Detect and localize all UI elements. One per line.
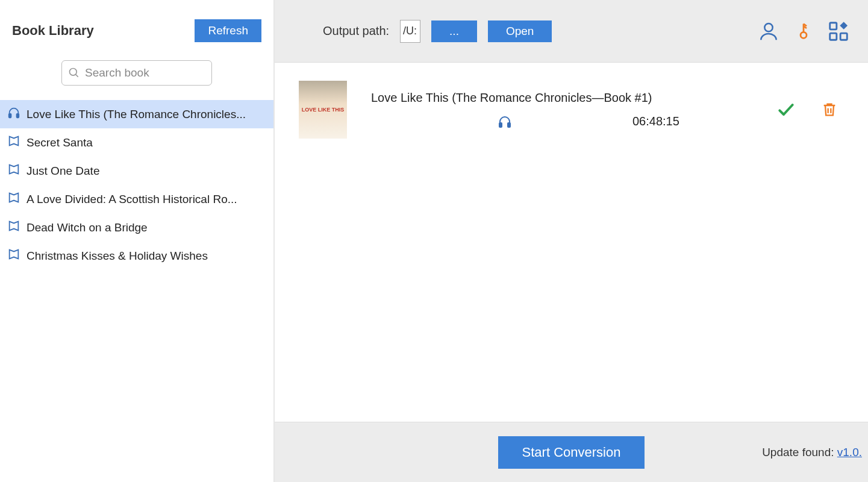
- open-button[interactable]: Open: [488, 20, 552, 42]
- book-icon: [7, 134, 20, 151]
- svg-rect-2: [9, 114, 11, 117]
- headphones-icon: [498, 114, 512, 129]
- refresh-button[interactable]: Refresh: [195, 19, 261, 42]
- sidebar-title: Book Library: [12, 23, 94, 39]
- main-panel: Output path: ... Open LOVE LIKE THIS Lov…: [275, 0, 868, 482]
- key-icon[interactable]: [795, 19, 813, 44]
- search-box[interactable]: [61, 60, 212, 86]
- book-icon: [7, 219, 20, 236]
- trash-icon[interactable]: [821, 101, 838, 119]
- sidebar: Book Library Refresh Love Like This (The…: [0, 0, 275, 482]
- library-item-title: Christmas Kisses & Holiday Wishes: [27, 249, 208, 263]
- library-item[interactable]: Secret Santa: [0, 128, 273, 157]
- checkmark-icon[interactable]: [776, 100, 796, 119]
- library-item[interactable]: Christmas Kisses & Holiday Wishes: [0, 242, 273, 270]
- svg-point-0: [70, 69, 77, 76]
- book-list: Love Like This (The Romance Chronicles..…: [0, 100, 273, 270]
- output-path-label: Output path:: [323, 24, 389, 38]
- apps-icon[interactable]: [827, 20, 850, 43]
- library-item-title: Secret Santa: [27, 136, 93, 149]
- sidebar-header: Book Library Refresh: [0, 0, 273, 54]
- book-icon: [7, 248, 20, 264]
- user-icon[interactable]: [757, 19, 780, 43]
- library-item[interactable]: Just One Date: [0, 157, 273, 185]
- library-item-title: Just One Date: [27, 164, 99, 178]
- library-item-title: Dead Witch on a Bridge: [27, 221, 148, 234]
- library-item-title: A Love Divided: A Scottish Historical Ro…: [27, 193, 237, 206]
- browse-button[interactable]: ...: [431, 20, 477, 42]
- svg-point-5: [801, 32, 807, 38]
- svg-rect-3: [17, 114, 19, 117]
- svg-line-1: [76, 75, 78, 77]
- queue-item: LOVE LIKE THIS Love Like This (The Roman…: [275, 63, 868, 157]
- book-icon: [7, 191, 20, 207]
- start-conversion-button[interactable]: Start Conversion: [498, 436, 645, 469]
- headphones-icon: [7, 106, 20, 122]
- svg-rect-6: [830, 22, 837, 29]
- update-notice: Update found: v1.0.: [762, 446, 862, 459]
- svg-rect-10: [508, 123, 510, 127]
- conversion-queue: LOVE LIKE THIS Love Like This (The Roman…: [275, 63, 868, 422]
- queue-item-title: Love Like This (The Romance Chronicles—B…: [371, 91, 752, 105]
- library-item[interactable]: A Love Divided: A Scottish Historical Ro…: [0, 185, 273, 213]
- toolbar: Output path: ... Open: [275, 0, 868, 63]
- svg-rect-9: [499, 123, 502, 127]
- library-item[interactable]: Dead Witch on a Bridge: [0, 213, 273, 242]
- search-icon: [68, 67, 80, 79]
- book-cover: LOVE LIKE THIS: [299, 81, 347, 139]
- queue-item-duration: 06:48:15: [632, 114, 679, 128]
- library-item-title: Love Like This (The Romance Chronicles..…: [27, 108, 246, 121]
- output-path-input[interactable]: [400, 20, 420, 43]
- update-link[interactable]: v1.0.: [837, 446, 862, 459]
- library-item[interactable]: Love Like This (The Romance Chronicles..…: [0, 100, 273, 128]
- svg-rect-8: [840, 33, 847, 40]
- search-input[interactable]: [85, 66, 205, 80]
- svg-point-4: [764, 23, 772, 31]
- footer: Start Conversion Update found: v1.0.: [275, 422, 868, 482]
- svg-rect-7: [830, 33, 837, 40]
- book-icon: [7, 163, 20, 179]
